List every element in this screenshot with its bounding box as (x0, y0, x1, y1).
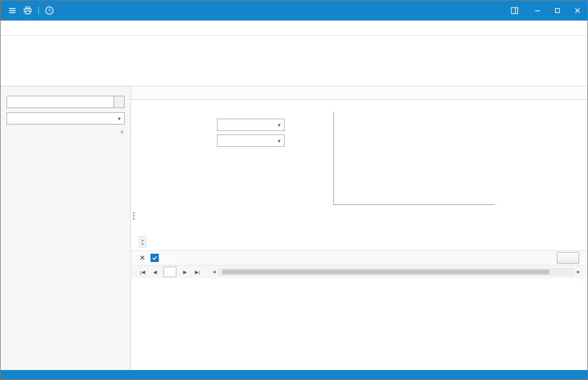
bis-date-select[interactable]: ▾ (217, 134, 285, 147)
app-window: ? ▾ ˄ (0, 0, 588, 380)
von-label (197, 125, 217, 126)
body: ▾ ˄ (1, 86, 587, 370)
content-panel: ▾ ▾ (131, 100, 587, 235)
ascending-icon: ˄ (121, 129, 123, 135)
titlebar-separator (38, 6, 39, 15)
remove-filter-icon[interactable]: ✕ (139, 254, 145, 261)
chevron-down-icon: ▾ (278, 122, 280, 128)
sort-field-select[interactable]: ▾ (6, 112, 125, 125)
menu-icon[interactable] (8, 6, 17, 15)
clear-search-button[interactable] (114, 96, 125, 108)
splitter-handle[interactable] (133, 212, 135, 214)
search-input[interactable] (6, 96, 114, 108)
titlebar-right (510, 1, 587, 21)
chevron-down-icon: ▾ (118, 116, 121, 122)
search-box (6, 96, 125, 108)
scroll-down-icon[interactable]: ▼ (141, 242, 144, 246)
von-date-select[interactable]: ▾ (217, 119, 285, 131)
minimize-icon[interactable] (527, 1, 547, 21)
scrollbar-track[interactable] (218, 268, 574, 275)
scroll-up-icon[interactable]: ▲ (141, 238, 144, 242)
last-page-button[interactable]: ▶| (192, 267, 203, 277)
filter-enabled-checkbox[interactable] (151, 254, 159, 262)
chart-row (312, 107, 583, 234)
scroll-left-icon[interactable]: ◀ (210, 270, 218, 274)
titlebar: ? (1, 1, 587, 21)
panel-icon[interactable] (510, 6, 519, 15)
scrollbar-thumb[interactable] (222, 270, 549, 274)
vertical-scrollbar[interactable]: ▲ ▼ (139, 236, 146, 248)
scroll-right-icon[interactable]: ▶ (574, 270, 583, 274)
statusbar (1, 370, 587, 379)
main-panel: ▾ ▾ (131, 86, 587, 370)
zeitraum-row (138, 113, 310, 114)
chart-plot (333, 112, 495, 205)
summary-row (131, 248, 587, 248)
titlebar-left: ? (1, 6, 54, 15)
customize-filter-button[interactable] (557, 252, 579, 264)
timesheet-list (6, 140, 125, 368)
previous-page-button[interactable]: ◀ (149, 267, 161, 277)
chart (312, 107, 499, 234)
sidebar: ▾ ˄ (1, 86, 131, 370)
zeitraum-label (138, 113, 188, 114)
chart-area (310, 105, 583, 234)
help-icon[interactable]: ? (45, 6, 54, 15)
pager-bar: |◀ ◀ ▶ ▶| ◀ ▶ (131, 265, 587, 278)
filter-expression-bar: ✕ (131, 250, 587, 265)
data-grid: ▲ ▼ (131, 235, 587, 248)
menu-tabs (1, 21, 587, 36)
print-icon[interactable] (23, 6, 32, 15)
chevron-down-icon: ▾ (278, 138, 280, 144)
main-tabs (131, 86, 587, 100)
chart-x-axis (333, 206, 495, 214)
horizontal-scrollbar[interactable]: ◀ ▶ (210, 268, 583, 275)
bis-label (197, 140, 217, 142)
maximize-icon[interactable] (547, 1, 567, 21)
page-indicator (163, 267, 176, 277)
chart-legend (499, 107, 583, 234)
bis-row: ▾ (197, 134, 310, 147)
sort-direction-toggle[interactable]: ˄ (6, 129, 125, 135)
von-row: ▾ (197, 119, 310, 131)
ribbon (1, 36, 587, 86)
svg-text:?: ? (48, 8, 51, 14)
close-icon[interactable] (567, 1, 587, 21)
first-page-button[interactable]: |◀ (137, 267, 148, 277)
filter-panel: ▾ ▾ (138, 105, 310, 234)
next-page-button[interactable]: ▶ (179, 267, 191, 277)
